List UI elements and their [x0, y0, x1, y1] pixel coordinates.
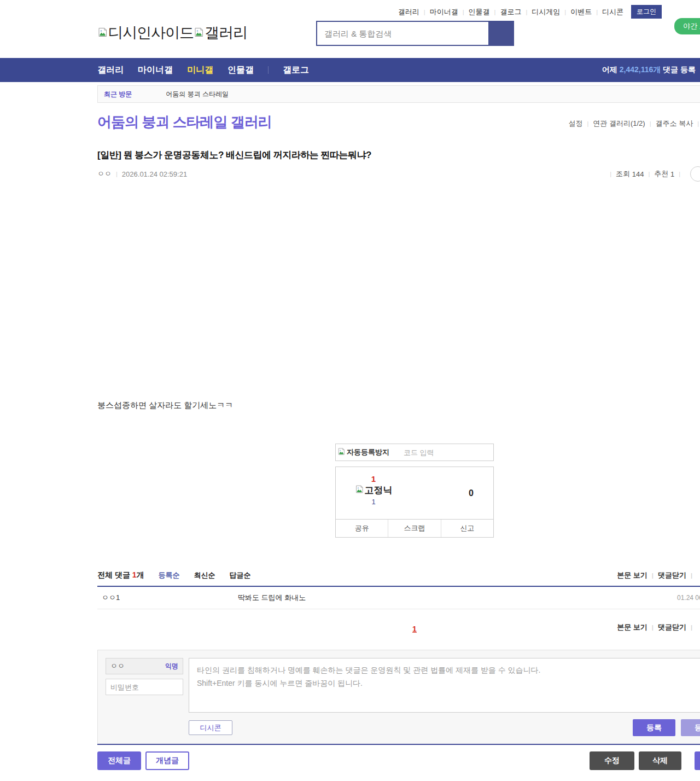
downvote-area[interactable]: 0: [469, 467, 474, 519]
post-meta: ㅇㅇ | 2026.01.24 02:59:21 | 조회 144 | 추천 1…: [97, 166, 700, 182]
comments-toolbar: 본문 보기 | 댓글닫기 |: [617, 570, 700, 580]
sort-registered-tab[interactable]: 등록순: [159, 570, 180, 580]
comments-total-label: 전체 댓글: [97, 570, 130, 579]
divider: |: [587, 120, 588, 127]
post-category: [일반]: [97, 150, 121, 160]
divider: |: [596, 9, 598, 15]
delete-button[interactable]: 삭제: [639, 751, 681, 770]
anonymous-label: 익명: [165, 662, 178, 671]
password-field[interactable]: [106, 679, 183, 695]
concept-posts-button[interactable]: 개념글: [145, 751, 189, 770]
search-box: [316, 21, 514, 46]
gallery-title[interactable]: 어둠의 붕괴 스타레일 갤러리: [97, 113, 272, 131]
comment-row: ㅇㅇ1 딱봐도 드립에 화내노 01.24 06: [97, 587, 700, 609]
write-button[interactable]: 글쓰기: [695, 751, 700, 770]
divider: |: [526, 9, 527, 15]
main-navbar: 갤러리 마이너갤 미니갤 인물갤 갤로그 어제 2,442,116개 댓글 등록: [0, 58, 700, 82]
sort-reply-tab[interactable]: 답글순: [230, 570, 251, 580]
broken-image-icon: [97, 25, 108, 42]
nav-item-minor-gallery[interactable]: 마이너갤: [138, 65, 173, 76]
recommend-label: 추천: [654, 169, 668, 179]
comment-submit-button[interactable]: 등록: [633, 719, 675, 736]
post-image-area: [97, 182, 700, 400]
share-button[interactable]: 공유: [336, 520, 388, 537]
site-header: 디시인사이드 갤러리: [97, 16, 700, 56]
post-author[interactable]: ㅇㅇ: [97, 169, 112, 179]
comment-textarea[interactable]: [189, 658, 700, 713]
comment-submit-secondary-button[interactable]: 등록: [681, 719, 700, 736]
comments-total-suffix: 개: [137, 570, 144, 579]
comment-text: 딱봐도 드립에 화내노: [238, 593, 677, 603]
comment-author[interactable]: ㅇㅇ1: [97, 593, 238, 603]
topbar-link-gallery[interactable]: 갤러리: [398, 7, 419, 17]
topbar-link-minor-gallery[interactable]: 마이너갤: [430, 7, 458, 17]
edit-button[interactable]: 수정: [590, 751, 634, 770]
recommend-count: 1: [670, 170, 674, 178]
comments-header: 전체 댓글 1개 등록순 최신순 답글순 본문 보기 | 댓글닫기 |: [97, 570, 700, 587]
topbar-link-dcgame[interactable]: 디시게임: [532, 7, 560, 17]
divider: |: [650, 120, 651, 127]
recent-visit-label[interactable]: 최근 방문: [104, 90, 132, 99]
nav-item-mini-gallery[interactable]: 미니갤: [187, 65, 213, 76]
views-count: 144: [632, 170, 644, 178]
comments-toolbar-bottom: 본문 보기 | 댓글닫기 |: [617, 622, 700, 632]
view-post-button[interactable]: 본문 보기: [617, 622, 648, 632]
gallery-settings-link[interactable]: 설정: [568, 119, 582, 129]
nickname-value: ㅇㅇ: [110, 661, 125, 671]
report-button[interactable]: 신고: [441, 520, 493, 537]
divider: |: [652, 572, 654, 579]
breadcrumb: 최근 방문 어둠의 붕괴 스타레일: [97, 85, 700, 103]
topbar-link-event[interactable]: 이벤트: [570, 7, 592, 17]
divider: |: [494, 9, 496, 15]
comment-bubble-icon[interactable]: [690, 166, 700, 182]
divider: |: [652, 624, 654, 631]
search-button[interactable]: [488, 22, 513, 45]
stats-suffix: 댓글 등록: [663, 65, 696, 74]
dccon-button[interactable]: 디시콘: [189, 720, 232, 735]
logo-text-dcinside: 디시인사이드: [108, 23, 194, 43]
topbar-link-dccon[interactable]: 디시콘: [602, 7, 623, 17]
nav-item-gallery[interactable]: 갤러리: [97, 65, 124, 76]
close-comments-button[interactable]: 댓글닫기: [658, 570, 686, 580]
upvote-area[interactable]: 1 고정닉 1: [343, 474, 404, 506]
topbar-link-person-gallery[interactable]: 인물갤: [469, 7, 490, 17]
breadcrumb-current-gallery[interactable]: 어둠의 붕괴 스타레일: [166, 90, 229, 99]
captcha-row: 자동등록방지: [335, 444, 494, 461]
divider: |: [116, 171, 118, 177]
all-posts-button[interactable]: 전체글: [97, 751, 141, 770]
comments-total-count: 1: [132, 570, 137, 579]
page-number-1[interactable]: 1: [412, 625, 417, 633]
scrap-button[interactable]: 스크랩: [388, 520, 440, 537]
broken-image-icon: [355, 485, 364, 497]
site-logo[interactable]: 디시인사이드 갤러리: [97, 23, 247, 43]
topbar-link-gallog[interactable]: 갤로그: [500, 7, 521, 17]
divider: |: [691, 572, 692, 579]
divider: |: [564, 9, 566, 15]
post-title-text: 뭔 붕스가 운명공동체노? 배신드립에 꺼지라하는 찐따는뭐냐?: [124, 150, 371, 160]
broken-image-icon: [194, 25, 205, 42]
upvote-count: 1: [343, 474, 404, 483]
logo-text-gallery: 갤러리: [205, 23, 247, 43]
stats-prefix: 어제: [602, 65, 617, 74]
divider: |: [424, 9, 425, 15]
divider: |: [691, 624, 692, 631]
fixed-nick-label: 고정닉: [365, 484, 393, 497]
sort-newest-tab[interactable]: 최신순: [194, 570, 215, 580]
copy-gallery-url-link[interactable]: 갤주소 복사: [656, 119, 693, 129]
comments-pagination-row: 1 본문 보기 | 댓글닫기 |: [97, 609, 700, 641]
view-post-button[interactable]: 본문 보기: [617, 570, 648, 580]
nav-divider: [268, 66, 269, 74]
post-date: 2026.01.24 02:59:21: [122, 170, 187, 178]
comment-time: 01.24 06: [677, 594, 700, 602]
divider: |: [697, 120, 699, 127]
section-divider: [97, 744, 700, 745]
captcha-code-input[interactable]: [389, 448, 493, 457]
close-comments-button[interactable]: 댓글닫기: [658, 622, 686, 632]
related-gallery-link[interactable]: 연관 갤러리(1/2): [593, 119, 645, 129]
footer-buttons: 전체글 개념글 수정 삭제 글쓰기: [97, 751, 700, 770]
nav-item-person-gallery[interactable]: 인물갤: [228, 65, 254, 76]
fixed-nick-count: 1: [343, 498, 404, 506]
search-input[interactable]: [317, 22, 488, 45]
nickname-field[interactable]: ㅇㅇ 익명: [106, 658, 183, 674]
nav-item-gallog[interactable]: 갤로그: [283, 65, 309, 76]
